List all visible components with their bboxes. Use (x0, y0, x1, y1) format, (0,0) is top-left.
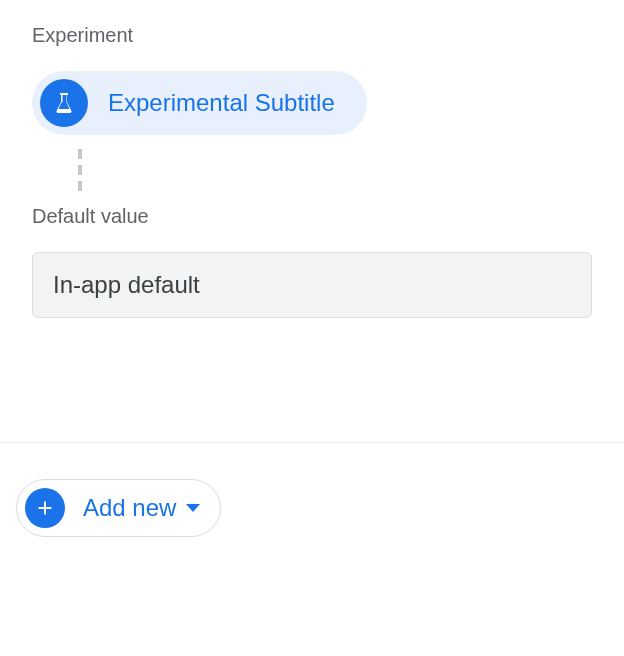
plus-icon (25, 488, 65, 528)
experiment-chip[interactable]: Experimental Subtitle (32, 71, 367, 135)
flask-icon (40, 79, 88, 127)
add-new-label: Add new (83, 494, 176, 522)
experiment-section-label: Experiment (32, 24, 592, 47)
connector-line (78, 149, 592, 191)
chevron-down-icon (186, 504, 200, 512)
experiment-chip-label: Experimental Subtitle (108, 89, 335, 117)
default-value-section-label: Default value (32, 205, 592, 228)
default-value-input[interactable] (32, 252, 592, 318)
add-new-button[interactable]: Add new (16, 479, 221, 537)
